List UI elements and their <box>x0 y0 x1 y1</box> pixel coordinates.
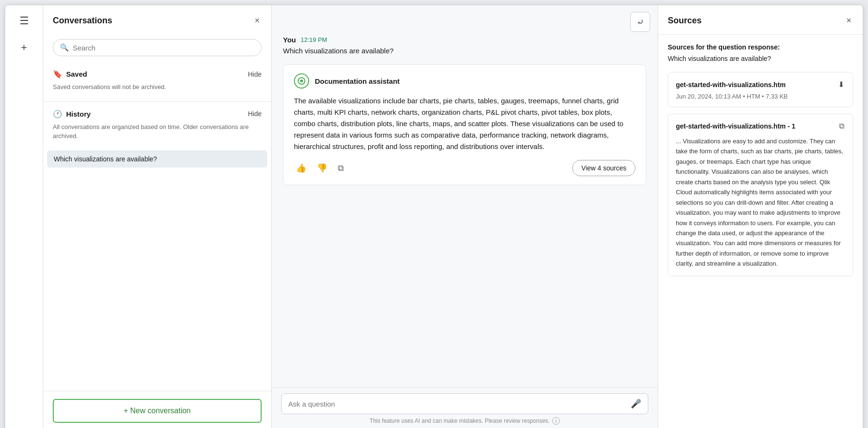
message-time: 12:19 PM <box>301 36 327 43</box>
conversation-list: Which visualizations are available? <box>43 149 271 169</box>
user-label: You <box>283 36 296 44</box>
thumbs-up-icon: 👍 <box>296 163 306 173</box>
assistant-name: Documentation assistant <box>315 77 400 85</box>
chat-input[interactable] <box>288 400 626 408</box>
search-box: 🔍 <box>53 39 262 56</box>
close-sources-button[interactable]: × <box>844 14 853 28</box>
assistant-message: Documentation assistant The available vi… <box>283 64 646 185</box>
new-item-button[interactable]: + <box>18 39 30 57</box>
thumbs-down-button[interactable]: 👎 <box>315 162 329 174</box>
sources-title: Sources <box>668 16 702 26</box>
download-button[interactable]: ⬇ <box>837 79 845 90</box>
sources-question-label: Sources for the question response: <box>668 43 853 51</box>
sidebar-header: Conversations × <box>43 5 271 35</box>
action-icons: 👍 👎 ⧉ <box>294 162 346 174</box>
source-file-meta: Jun 20, 2024, 10:13 AM • HTM • 7.33 KB <box>676 93 845 100</box>
sources-content: Sources for the question response: Which… <box>658 35 863 428</box>
source-file-name: get-started-with-visualizations.htm <box>676 81 786 89</box>
saved-section-header: 🔖 Saved Hide <box>53 70 262 79</box>
user-message-text: Which visualizations are available? <box>283 47 646 55</box>
svg-point-1 <box>300 80 303 82</box>
mic-button[interactable]: 🎤 <box>631 398 641 409</box>
assistant-text: The available visualizations include bar… <box>294 95 635 152</box>
close-icon: × <box>254 16 260 26</box>
chat-input-wrap: 🎤 <box>281 393 648 414</box>
bookmark-icon: 🔖 <box>53 70 62 79</box>
source-file-card: get-started-with-visualizations.htm ⬇ Ju… <box>668 72 853 107</box>
copy-snippet-button[interactable]: ⧉ <box>838 121 845 131</box>
hide-saved-button[interactable]: Hide <box>248 70 262 78</box>
history-title-wrap: 🕐 History <box>53 109 91 119</box>
history-section-title: History <box>66 110 91 118</box>
disclaimer-text: This feature uses AI and can make mistak… <box>370 418 550 424</box>
copy-message-button[interactable]: ⧉ <box>336 162 346 174</box>
search-container: 🔍 <box>43 35 271 64</box>
saved-title-wrap: 🔖 Saved <box>53 70 87 79</box>
source-snippet-name: get-started-with-visualizations.htm - 1 <box>676 122 795 130</box>
thumbs-up-button[interactable]: 👍 <box>294 162 308 174</box>
search-input[interactable] <box>73 44 254 52</box>
expand-button[interactable]: ⤾ <box>630 12 650 32</box>
user-message: You 12:19 PM Which visualizations are av… <box>283 36 646 55</box>
saved-section-description: Saved conversations will not be archived… <box>53 80 262 98</box>
source-snippet-header: get-started-with-visualizations.htm - 1 … <box>676 121 845 131</box>
history-section-description: All conversations are organized based on… <box>53 120 262 147</box>
icon-strip: ☰ + <box>5 5 43 428</box>
conversations-sidebar: Conversations × 🔍 🔖 Saved Hide Saved con… <box>43 5 272 428</box>
sources-panel: Sources × Sources for the question respo… <box>658 5 863 428</box>
source-snippet-card: get-started-with-visualizations.htm - 1 … <box>668 114 853 276</box>
view-sources-label: View 4 sources <box>581 164 626 172</box>
close-sidebar-button[interactable]: × <box>253 14 262 28</box>
hide-history-button[interactable]: Hide <box>248 110 262 118</box>
chat-input-area: 🎤 This feature uses AI and can make mist… <box>272 387 658 428</box>
chat-area: ⤾ You 12:19 PM Which visualizations are … <box>272 5 658 428</box>
history-section: 🕐 History Hide All conversations are org… <box>43 104 271 149</box>
assistant-icon <box>294 73 309 89</box>
mic-icon: 🎤 <box>631 399 641 408</box>
chat-messages: You 12:19 PM Which visualizations are av… <box>272 36 658 387</box>
history-section-header: 🕐 History Hide <box>53 109 262 119</box>
sidebar-footer: + New conversation <box>43 391 271 428</box>
chat-header: ⤾ <box>272 5 658 36</box>
new-conversation-label: + New conversation <box>124 407 191 415</box>
plus-icon: + <box>21 41 27 53</box>
expand-icon: ⤾ <box>637 17 644 27</box>
source-file-header: get-started-with-visualizations.htm ⬇ <box>676 79 845 90</box>
conversation-item[interactable]: Which visualizations are available? <box>47 150 267 168</box>
hamburger-button[interactable]: ☰ <box>17 12 32 30</box>
new-conversation-button[interactable]: + New conversation <box>53 399 262 423</box>
history-icon: 🕐 <box>53 109 62 119</box>
user-message-header: You 12:19 PM <box>283 36 646 44</box>
copy-message-icon: ⧉ <box>338 163 344 173</box>
assistant-header: Documentation assistant <box>294 73 635 89</box>
divider-1 <box>43 101 271 102</box>
hamburger-icon: ☰ <box>20 15 29 27</box>
close-sources-icon: × <box>846 16 851 26</box>
saved-section: 🔖 Saved Hide Saved conversations will no… <box>43 64 271 100</box>
search-icon: 🔍 <box>60 43 69 52</box>
copy-snippet-icon: ⧉ <box>839 122 844 130</box>
saved-section-title: Saved <box>66 70 87 78</box>
download-icon: ⬇ <box>838 80 844 89</box>
sources-header: Sources × <box>658 5 863 35</box>
source-snippet-text: ... Visualizations are easy to add and c… <box>676 136 845 269</box>
thumbs-down-icon: 👎 <box>317 163 327 173</box>
sidebar-title: Conversations <box>53 16 112 26</box>
sources-question-text: Which visualizations are available? <box>668 55 853 62</box>
info-icon[interactable]: i <box>552 417 560 425</box>
view-sources-button[interactable]: View 4 sources <box>572 160 635 176</box>
message-actions: 👍 👎 ⧉ View 4 sources <box>294 160 635 176</box>
chat-disclaimer: This feature uses AI and can make mistak… <box>281 414 648 428</box>
